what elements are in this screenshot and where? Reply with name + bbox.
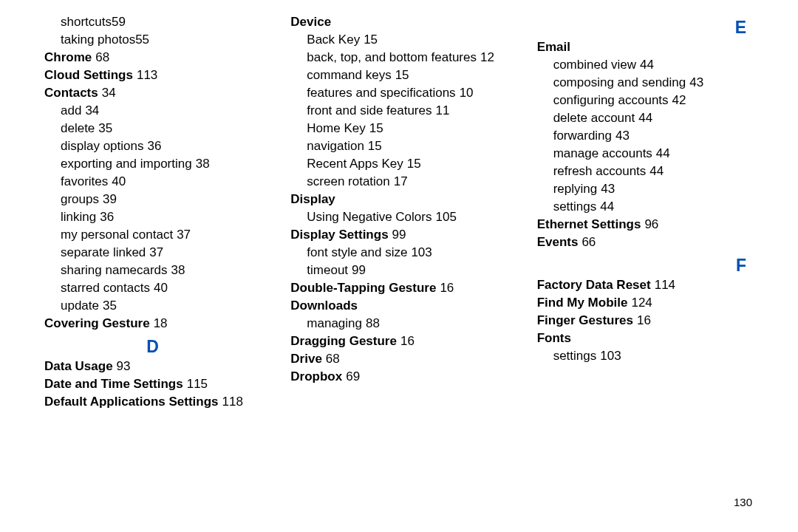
entry-label: Date and Time Settings (44, 377, 183, 391)
entry-label: my personal contact (61, 228, 173, 242)
index-entry: my personal contact37 (44, 226, 261, 244)
index-heading-covering-gesture: Covering Gesture18 (44, 315, 261, 332)
entry-label: features and specifications (307, 86, 455, 100)
column-1: shortcuts59 taking photos55 Chrome68 Clo… (44, 13, 261, 411)
index-entry: manage accounts44 (537, 145, 754, 163)
entry-page: 88 (366, 316, 380, 330)
index-entry: timeout99 (290, 262, 507, 279)
entry-page: 38 (196, 157, 210, 171)
entry-label: navigation (307, 139, 364, 153)
index-heading-double-tapping: Double-Tapping Gesture16 (290, 279, 507, 297)
entry-page: 40 (154, 281, 168, 295)
index-heading-email: Email (537, 38, 754, 56)
index-entry: Home Key15 (290, 120, 507, 137)
index-heading-chrome: Chrome68 (44, 49, 261, 66)
entry-label: replying (553, 182, 598, 196)
entry-page: 44 (656, 146, 670, 160)
entry-label: Display Settings (290, 228, 388, 242)
index-heading-downloads: Downloads (290, 297, 507, 315)
entry-label: Back Key (307, 33, 360, 47)
column-3: E Email combined view44 composing and se… (537, 13, 754, 411)
index-entry: delete35 (44, 120, 261, 137)
entry-page: 40 (112, 174, 126, 188)
index-entry: sharing namecards38 (44, 262, 261, 279)
index-entry: font style and size103 (290, 244, 507, 262)
entry-page: 99 (352, 263, 366, 277)
index-heading-fonts: Fonts (537, 330, 754, 347)
entry-page: 103 (411, 245, 432, 259)
entry-page: 17 (394, 174, 408, 188)
entry-page: 11 (436, 103, 450, 117)
entry-label: timeout (307, 263, 348, 277)
index-heading-drive: Drive68 (290, 350, 507, 368)
entry-page: 93 (117, 359, 131, 373)
entry-label: update (61, 299, 99, 313)
index-entry: Using Negative Colors105 (290, 208, 507, 226)
entry-label: command keys (307, 68, 391, 82)
entry-page: 44 (638, 111, 652, 125)
index-entry: display options36 (44, 137, 261, 155)
entry-label: Device (290, 15, 331, 29)
index-entry: back, top, and bottom features12 (290, 49, 507, 66)
entry-label: add (61, 103, 81, 117)
entry-label: Double-Tapping Gesture (290, 281, 436, 295)
entry-page: 38 (171, 263, 185, 277)
entry-page: 99 (392, 228, 406, 242)
entry-label: Data Usage (44, 359, 113, 373)
entry-label: delete account (553, 111, 635, 125)
entry-label: Recent Apps Key (307, 157, 403, 171)
entry-label: forwarding (553, 129, 612, 143)
entry-page: 103 (600, 349, 621, 363)
index-entry: favorites40 (44, 173, 261, 191)
index-entry: taking photos55 (44, 31, 261, 49)
entry-page: 124 (631, 296, 652, 310)
index-heading-default-apps: Default Applications Settings118 (44, 393, 261, 411)
entry-label: Default Applications Settings (44, 395, 219, 409)
entry-label: Home Key (307, 121, 365, 135)
entry-page: 68 (326, 352, 340, 366)
index-entry: configuring accounts42 (537, 92, 754, 109)
entry-label: Display (290, 192, 335, 206)
entry-label: linking (61, 210, 96, 224)
entry-label: refresh accounts (553, 164, 647, 178)
entry-label: display options (61, 139, 143, 153)
entry-label: exporting and importing (61, 157, 192, 171)
entry-page: 43 (615, 129, 630, 143)
index-entry: settings103 (537, 347, 754, 365)
index-entry: replying43 (537, 180, 754, 198)
index-heading-device: Device (290, 13, 507, 31)
index-entry: groups39 (44, 191, 261, 208)
index-entry: combined view44 (537, 56, 754, 74)
entry-label: Fonts (537, 331, 571, 345)
entry-page: 96 (644, 217, 658, 231)
entry-page: 42 (672, 93, 686, 107)
entry-label: Drive (290, 352, 322, 366)
entry-label: combined view (553, 58, 636, 72)
index-heading-dragging: Dragging Gesture16 (290, 332, 507, 350)
entry-page: 37 (149, 245, 163, 259)
entry-label: favorites (61, 174, 108, 188)
index-heading-finger-gestures: Finger Gestures16 (537, 312, 754, 330)
entry-page: 114 (655, 278, 675, 292)
index-heading-dropbox: Dropbox69 (290, 368, 507, 386)
entry-page: 115 (187, 377, 208, 391)
entry-page: 16 (400, 334, 415, 348)
index-heading-factory-reset: Factory Data Reset114 (537, 276, 754, 294)
column-2: Device Back Key15 back, top, and bottom … (290, 13, 507, 411)
entry-page: 43 (601, 182, 615, 196)
entry-label: configuring accounts (553, 93, 669, 107)
index-entry: add34 (44, 102, 261, 120)
entry-page: 44 (649, 164, 664, 178)
entry-page: 66 (582, 235, 596, 249)
entry-label: starred contacts (61, 281, 150, 295)
entry-label: Finger Gestures (537, 313, 633, 327)
entry-label: Factory Data Reset (537, 278, 651, 292)
index-entry: managing88 (290, 315, 507, 332)
entry-label: Cloud Settings (44, 68, 133, 82)
index-page: shortcuts59 taking photos55 Chrome68 Clo… (0, 0, 798, 532)
entry-page: 10 (460, 86, 474, 100)
section-letter-d: D (44, 337, 261, 356)
columns: shortcuts59 taking photos55 Chrome68 Clo… (44, 13, 754, 411)
index-entry: separate linked37 (44, 244, 261, 262)
entry-page: 15 (395, 68, 409, 82)
